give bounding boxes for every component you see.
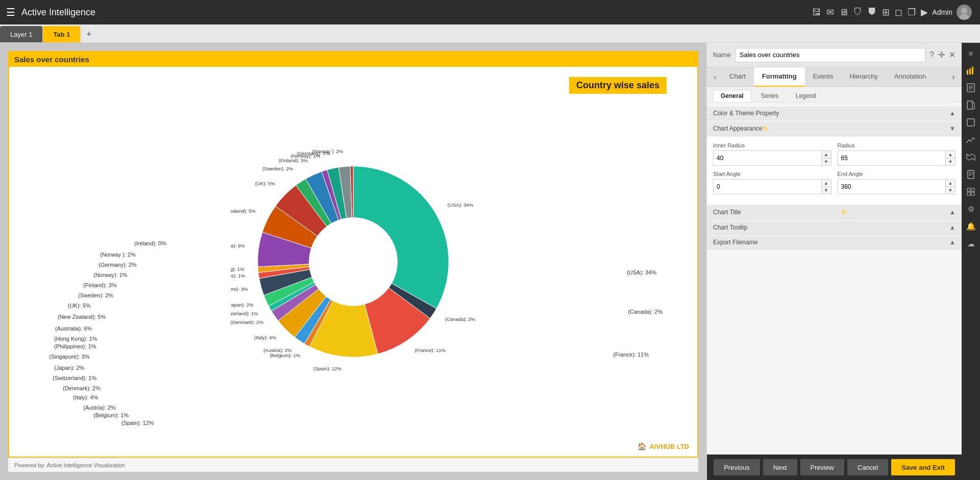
topbar: ☰ Active Intelligence 🖫 ✉ 🖥 ⛉ ⛊ ⊞ ◻ ❐ ▶ … xyxy=(0,0,980,24)
svg-rect-25 xyxy=(969,68,971,74)
sidebar-map-icon[interactable] xyxy=(963,149,979,165)
tab-hierarchy[interactable]: Hierarchy xyxy=(841,67,886,87)
label-hongkong: (Hong Kong): 1% xyxy=(54,336,97,342)
end-angle-spinner: ▲ ▼ xyxy=(945,180,955,194)
chart-tooltip-arrow: ▲ xyxy=(949,224,955,231)
sidebar-list-icon[interactable]: ≡ xyxy=(963,45,979,61)
subtab-series[interactable]: Series xyxy=(753,90,786,102)
tab-layer1[interactable]: Layer 1 xyxy=(0,26,43,42)
label-philippines: (Philippines): 1% xyxy=(54,343,96,349)
label-switzerland: (Switzerland): 1% xyxy=(53,375,96,381)
move-icon[interactable]: ✛ xyxy=(938,50,945,60)
radius-up[interactable]: ▲ xyxy=(946,151,955,159)
chart-title-section[interactable]: Chart Title ↻ ▲ xyxy=(707,205,962,220)
radius-input[interactable] xyxy=(838,151,946,165)
inner-radius-down[interactable]: ▼ xyxy=(822,159,831,166)
radius-label: Radius xyxy=(838,142,956,148)
svg-text:(UK): 5%: (UK): 5% xyxy=(255,181,275,186)
preview-button[interactable]: Preview xyxy=(800,459,844,475)
mail-icon[interactable]: ✉ xyxy=(826,7,834,18)
help-icon[interactable]: ? xyxy=(929,50,934,60)
end-angle-input[interactable] xyxy=(838,180,946,194)
main-area: Sales over countries Country wise sales xyxy=(0,43,980,480)
start-angle-up[interactable]: ▲ xyxy=(822,180,831,187)
start-angle-down[interactable]: ▼ xyxy=(822,187,831,194)
powered-by-text: Powered by: Active Intelligence Visualiz… xyxy=(14,462,125,468)
menu-icon[interactable]: ☰ xyxy=(6,6,15,18)
next-button[interactable]: Next xyxy=(763,459,797,475)
sidebar-grid-icon[interactable] xyxy=(963,184,979,200)
chart-tooltip-section[interactable]: Chart Tooltip ▲ xyxy=(707,221,962,235)
save-icon[interactable]: 🖫 xyxy=(812,7,821,18)
svg-text:(Italy): 4%: (Italy): 4% xyxy=(254,335,277,340)
chart-title-refresh[interactable]: ↻ xyxy=(841,208,847,216)
subtab-general[interactable]: General xyxy=(713,90,751,102)
right-sidebar: ≡ ⚙ 🔔 ☁ xyxy=(962,43,980,480)
label-sweden: (Sweden): 2% xyxy=(78,292,113,298)
svg-text:(Austria): 2%: (Austria): 2% xyxy=(263,347,292,353)
monitor-icon[interactable]: 🖥 xyxy=(839,7,848,18)
svg-text:(Finland): 3%: (Finland): 3% xyxy=(279,158,308,163)
end-angle-up[interactable]: ▲ xyxy=(946,180,955,187)
label-canada: (Canada): 2% xyxy=(628,309,663,315)
form-row-radius: Inner Radius ▲ ▼ Radius xyxy=(713,142,955,166)
sidebar-shape-icon[interactable] xyxy=(963,114,979,131)
chart-appearance-body: Inner Radius ▲ ▼ Radius xyxy=(707,137,962,205)
tab-tab1[interactable]: Tab 1 xyxy=(43,26,81,42)
inner-radius-input[interactable] xyxy=(714,151,821,165)
filter-icon[interactable]: ⛉ xyxy=(853,7,863,18)
chart-appearance-refresh[interactable]: ↻ xyxy=(763,124,769,133)
chart-appearance-label: Chart Appearance xyxy=(713,125,763,132)
cancel-button[interactable]: Cancel xyxy=(847,459,888,475)
sidebar-settings-icon[interactable]: ⚙ xyxy=(963,201,979,217)
sidebar-chart-icon[interactable] xyxy=(963,62,979,79)
sidebar-document-icon[interactable] xyxy=(963,97,979,113)
chart-title-box: Country wise sales xyxy=(569,77,667,94)
start-angle-input-wrap: ▲ ▼ xyxy=(713,179,831,194)
square-icon[interactable]: ◻ xyxy=(895,7,902,18)
chart-appearance-section-header[interactable]: Chart Appearance ↻ ▼ xyxy=(707,121,962,136)
subtab-legend[interactable]: Legend xyxy=(788,90,824,102)
inner-radius-up[interactable]: ▲ xyxy=(822,151,831,159)
play-icon[interactable]: ▶ xyxy=(921,7,928,18)
sidebar-page-icon[interactable] xyxy=(963,166,979,183)
svg-rect-24 xyxy=(967,70,968,74)
label-newzealand: (New Zealand): 5% xyxy=(58,314,106,320)
panel-tabs: ‹ Chart Formatting Events Hierarchy Anno… xyxy=(707,67,962,87)
color-theme-section-header[interactable]: Color & Theme Property ▲ xyxy=(707,107,962,120)
tab-events[interactable]: Events xyxy=(805,67,842,87)
copy-icon[interactable]: ❐ xyxy=(908,7,916,18)
end-angle-down[interactable]: ▼ xyxy=(946,187,955,194)
topbar-action-icons: 🖫 ✉ 🖥 ⛉ ⛊ ⊞ ◻ ❐ ▶ xyxy=(812,7,928,18)
sub-tabs: General Series Legend xyxy=(707,87,962,103)
tab-add-button[interactable]: + xyxy=(81,26,97,42)
panel-tab-prev[interactable]: ‹ xyxy=(709,67,721,87)
svg-text:(Denmark): 2%: (Denmark): 2% xyxy=(231,319,263,325)
export-filename-section[interactable]: Export Filename ▲ xyxy=(707,236,962,249)
filter2-icon[interactable]: ⛊ xyxy=(868,7,877,18)
previous-button[interactable]: Previous xyxy=(714,459,760,475)
start-angle-input[interactable] xyxy=(714,180,821,194)
sidebar-report-icon[interactable] xyxy=(963,80,979,96)
widget-title: Sales over countries xyxy=(14,55,89,64)
start-angle-group: Start Angle ▲ ▼ xyxy=(713,171,831,194)
tab-formatting[interactable]: Formatting xyxy=(754,67,805,87)
sidebar-linechart-icon[interactable] xyxy=(963,132,979,148)
panel-tab-next[interactable]: › xyxy=(947,72,960,82)
save-exit-button[interactable]: Save and Exit xyxy=(891,459,955,475)
radius-down[interactable]: ▼ xyxy=(946,159,955,166)
end-angle-group: End Angle ▲ ▼ xyxy=(838,171,956,194)
tab-annotation[interactable]: Annotation xyxy=(886,67,934,87)
sidebar-notification-icon[interactable]: 🔔 xyxy=(963,218,979,235)
grid-icon[interactable]: ⊞ xyxy=(882,7,890,18)
close-icon[interactable]: ✕ xyxy=(949,50,955,60)
svg-text:(France): 11%: (France): 11% xyxy=(414,347,446,353)
panel-name-input[interactable] xyxy=(735,48,925,62)
sidebar-cloud-icon[interactable]: ☁ xyxy=(963,236,979,252)
svg-text:(Switzerland): 1%: (Switzerland): 1% xyxy=(231,311,258,316)
svg-rect-38 xyxy=(971,188,974,191)
label-usa: (USA): 34% xyxy=(627,269,656,275)
label-france: (France): 11% xyxy=(613,351,649,358)
svg-text:(Canada): 2%: (Canada): 2% xyxy=(445,316,476,322)
tab-chart[interactable]: Chart xyxy=(721,67,754,87)
